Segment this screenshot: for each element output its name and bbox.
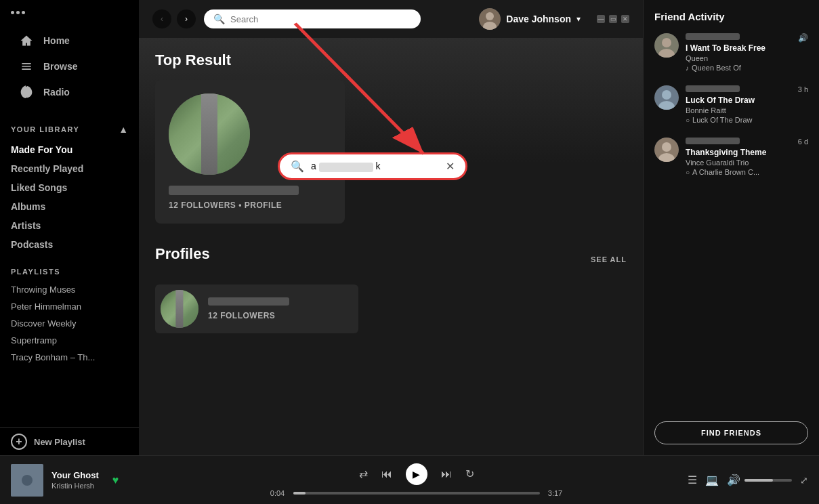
player-album-art: [11, 464, 43, 497]
sidebar-item-browse[interactable]: Browse: [11, 54, 128, 79]
svg-point-2: [486, 12, 494, 20]
queue-button[interactable]: ☰: [688, 474, 697, 486]
music-note-icon-0: ♪: [686, 64, 689, 72]
friend-time-1: 3 h: [798, 85, 808, 93]
profile-name-blur: [208, 297, 289, 306]
progress-bar: 0:04 3:17: [268, 489, 566, 497]
player-artist: Kristin Hersh: [51, 482, 99, 490]
nav-back-button[interactable]: ‹: [152, 9, 171, 28]
friend-artist-2: Vince Guaraldi Trio: [686, 159, 791, 167]
top-result-section: Top Result 12 FOLLOWERS • PROFILE: [155, 51, 627, 224]
radio-icon: [19, 85, 34, 100]
prev-button[interactable]: ⏮: [381, 468, 392, 480]
time-current: 0:04: [268, 489, 288, 497]
sidebar-item-home-label: Home: [43, 35, 70, 46]
friend-name-blur-0: [686, 33, 740, 40]
friend-info-1: Luck Of The Draw Bonnie Raitt ○ Luck Of …: [686, 85, 791, 124]
top-result-name-blur: [169, 186, 299, 195]
popup-clear-icon[interactable]: ✕: [446, 160, 455, 173]
friend-track-0: I Want To Break Free: [686, 43, 808, 53]
play-button[interactable]: ▶: [406, 463, 427, 485]
menu-dots[interactable]: [11, 11, 128, 14]
avatar: [479, 8, 501, 30]
user-chevron-icon: ▾: [576, 14, 581, 24]
time-total: 3:17: [545, 489, 566, 497]
top-result-title: Top Result: [155, 51, 627, 69]
sidebar-item-radio[interactable]: Radio: [11, 79, 128, 105]
repeat-button[interactable]: ↻: [465, 467, 474, 480]
sidebar-item-liked-songs[interactable]: Liked Songs: [11, 178, 128, 197]
friend-artist-1: Bonnie Raitt: [686, 106, 791, 114]
nav-forward-button[interactable]: ›: [177, 9, 196, 28]
sidebar-item-recently-played[interactable]: Recently Played: [11, 159, 128, 178]
friend-item-1: Luck Of The Draw Bonnie Raitt ○ Luck Of …: [654, 85, 808, 124]
playlist-item-tracy-bonham[interactable]: Tracy Bonham – Th...: [11, 349, 128, 366]
profiles-title: Profiles: [155, 245, 210, 263]
profile-avatar: [161, 290, 198, 328]
player-buttons: ⇄ ⏮ ▶ ⏭ ↻: [359, 463, 474, 485]
user-name: Dave Johnson: [506, 14, 571, 24]
profile-followers: 12 FOLLOWERS: [208, 311, 289, 320]
friend-track-2: Thanksgiving Theme: [686, 148, 791, 157]
search-popup[interactable]: 🔍 a k ✕: [278, 152, 467, 180]
friend-track-1: Luck Of The Draw: [686, 96, 791, 105]
player-track-info: Your Ghost Kristin Hersh ♥: [11, 464, 160, 497]
playlists-label: PLAYLISTS: [11, 268, 128, 276]
friend-name-blur-2: [686, 138, 740, 144]
shuffle-button[interactable]: ⇄: [359, 467, 368, 480]
playlist-item-throwing-muses[interactable]: Throwing Muses: [11, 281, 128, 298]
friend-album-1: ○ Luck Of The Draw: [686, 116, 791, 124]
friend-artist-0: Queen: [686, 54, 808, 62]
sidebar-item-albums[interactable]: Albums: [11, 197, 128, 216]
volume-fill: [744, 479, 773, 482]
popup-search-text: a k: [311, 161, 439, 171]
main-content: ‹ › 🔍 Dave Johnson: [139, 0, 643, 455]
search-icon: 🔍: [213, 14, 225, 24]
main-header: ‹ › 🔍 Dave Johnson: [139, 0, 643, 38]
friend-info-0: I Want To Break Free Queen ♪ Queen Best …: [686, 33, 808, 72]
volume-bar: 🔊: [727, 474, 792, 486]
profile-card[interactable]: 12 FOLLOWERS: [155, 285, 358, 333]
friend-time-2: 6 d: [798, 138, 808, 146]
friend-item-2: Thanksgiving Theme Vince Guaraldi Trio ○…: [654, 138, 808, 176]
new-playlist-button[interactable]: + New Playlist: [0, 427, 139, 455]
progress-track[interactable]: [293, 492, 540, 495]
library-chevron-icon[interactable]: ▲: [119, 124, 128, 135]
sidebar-item-radio-label: Radio: [43, 87, 70, 98]
player-heart-icon[interactable]: ♥: [112, 474, 119, 486]
expand-button[interactable]: ⤢: [800, 475, 808, 486]
sidebar-item-browse-label: Browse: [43, 61, 78, 72]
player-controls: ⇄ ⏮ ▶ ⏭ ↻ 0:04 3:17: [168, 463, 665, 497]
playlist-item-discover-weekly[interactable]: Discover Weekly: [11, 315, 128, 332]
player-track-name: Your Ghost: [51, 470, 99, 480]
volume-track[interactable]: [744, 479, 792, 482]
sidebar-item-home[interactable]: Home: [11, 28, 128, 54]
nav-arrows: ‹ ›: [152, 9, 196, 28]
friend-album-0: ♪ Queen Best Of: [686, 64, 808, 72]
devices-button[interactable]: 💻: [705, 474, 719, 486]
progress-fill: [293, 492, 306, 495]
your-library-label: YOUR LIBRARY: [11, 125, 79, 133]
content-area: Top Result 12 FOLLOWERS • PROFILE Profil…: [139, 38, 643, 455]
sidebar-item-podcasts[interactable]: Podcasts: [11, 235, 128, 254]
user-area[interactable]: Dave Johnson ▾: [479, 8, 581, 30]
home-icon: [19, 33, 34, 48]
sidebar-item-artists[interactable]: Artists: [11, 216, 128, 235]
search-input[interactable]: [230, 14, 411, 24]
next-button[interactable]: ⏭: [441, 468, 452, 480]
sidebar-item-made-for-you[interactable]: Made For You: [11, 140, 128, 159]
close-button[interactable]: ✕: [621, 15, 629, 23]
player-track-details: Your Ghost Kristin Hersh: [51, 470, 99, 490]
see-all-button[interactable]: SEE ALL: [591, 255, 627, 264]
playlist-item-peter-himmelman[interactable]: Peter Himmelman: [11, 298, 128, 315]
svg-point-7: [662, 38, 671, 47]
main-search-bar[interactable]: 🔍: [204, 9, 421, 28]
top-result-card[interactable]: 12 FOLLOWERS • PROFILE: [155, 80, 345, 224]
maximize-button[interactable]: ▭: [609, 15, 617, 23]
playlist-item-supertramp[interactable]: Supertramp: [11, 332, 128, 349]
minimize-button[interactable]: —: [597, 15, 605, 23]
find-friends-button[interactable]: FIND FRIENDS: [654, 421, 808, 444]
new-playlist-label: New Playlist: [34, 437, 85, 447]
content-wrapper: ‹ › 🔍 Dave Johnson: [139, 0, 819, 455]
svg-point-16: [22, 475, 33, 486]
